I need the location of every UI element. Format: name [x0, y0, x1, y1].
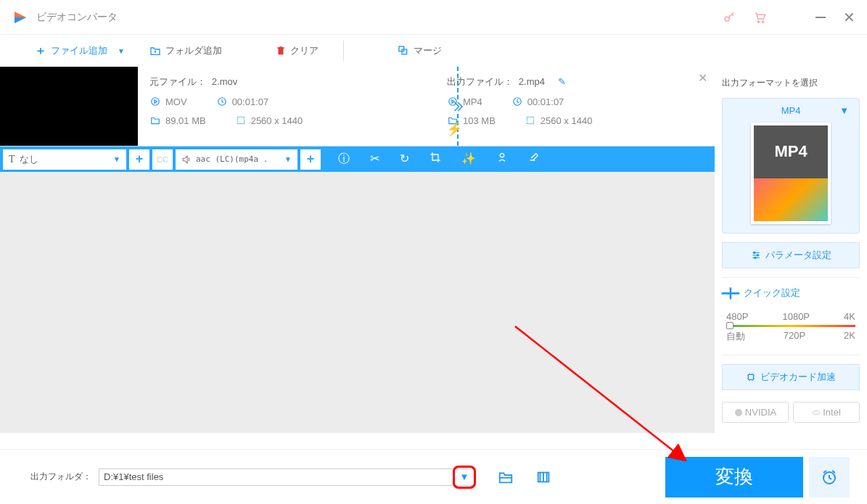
merge-button[interactable]: マージ [392, 41, 448, 60]
bottom-bar: 出力フォルダ： D:¥1¥test files ▼ 変換 [0, 449, 867, 504]
quick-settings-title: ━╋━ クイック設定 [722, 286, 860, 299]
gpu-label: ビデオカード加速 [760, 371, 836, 384]
parameter-settings-button[interactable]: パラメータ設定 [722, 242, 860, 268]
svg-point-1 [757, 20, 759, 22]
rotate-icon[interactable]: ↻ [400, 152, 409, 167]
svg-rect-15 [749, 375, 754, 380]
svg-point-11 [500, 154, 504, 157]
cart-icon[interactable] [753, 11, 766, 24]
resolution-icon [235, 115, 247, 126]
subtitle-edit-icon[interactable] [528, 152, 540, 167]
window-close-button[interactable]: ✕ [843, 9, 855, 26]
add-folder-label: フォルダ追加 [165, 44, 222, 57]
clock-icon [216, 96, 228, 107]
folder-plus-icon [149, 45, 161, 57]
cc-button[interactable]: CC [152, 149, 173, 170]
svg-rect-7 [237, 117, 244, 123]
src-resolution: 2560 x 1440 [251, 115, 303, 126]
film-icon [149, 96, 161, 107]
effects-icon[interactable]: ✨ [461, 152, 476, 167]
clear-label: クリア [290, 44, 319, 57]
crop-icon[interactable] [430, 152, 441, 167]
src-size: 89.01 MB [165, 115, 206, 126]
svg-point-17 [813, 410, 820, 414]
format-card[interactable]: MP4▼ MP4 [722, 98, 860, 234]
remove-file-button[interactable]: ✕ [698, 71, 707, 85]
add-subtitle-button[interactable]: + [129, 149, 149, 170]
gpu-accel-button[interactable]: ビデオカード加速 [722, 364, 860, 390]
speaker-icon [181, 154, 192, 165]
audio-value: aac (LC)(mp4a . [196, 154, 268, 164]
param-label: パラメータ設定 [765, 249, 831, 262]
info-icon[interactable]: ⓘ [338, 152, 350, 167]
svg-point-16 [735, 409, 742, 416]
toolbar-separator [343, 41, 344, 61]
chip-icon [746, 372, 756, 382]
output-folder-input[interactable]: D:¥1¥test files [99, 468, 476, 486]
slider-thumb[interactable] [726, 322, 734, 329]
svg-point-12 [753, 252, 755, 253]
gpu-nvidia-chip: NVIDIA [722, 402, 789, 423]
gpu-intel-chip: Intel [793, 402, 860, 423]
window-minimize-button[interactable] [815, 17, 826, 18]
main-toolbar: ＋ ファイル追加 ▼ フォルダ追加 クリア マージ [0, 35, 867, 67]
audio-dropdown[interactable]: aac (LC)(mp4a . ▼ [176, 149, 297, 170]
src-duration: 00:01:07 [232, 96, 269, 107]
trash-icon [276, 46, 286, 56]
edit-name-icon[interactable]: ✎ [558, 76, 566, 87]
format-preview-icon: MP4 [751, 123, 831, 224]
key-icon[interactable] [723, 11, 736, 24]
output-format-title: 出力フォーマットを選択 [722, 77, 860, 89]
sliders-icon [751, 250, 761, 260]
output-folder-dropdown[interactable]: ▼ [453, 466, 476, 489]
output-file-label: 出力ファイル： 2.mp4 ✎ [447, 75, 703, 88]
add-audio-button[interactable]: + [300, 149, 321, 170]
format-dropdown-icon[interactable]: ▼ [839, 105, 849, 116]
app-title: ビデオコンバータ [36, 11, 118, 24]
format-name: MP4 [781, 105, 801, 116]
watermark-icon[interactable] [496, 152, 508, 167]
lightning-icon: ⚡ [446, 121, 462, 137]
clear-button[interactable]: クリア [270, 41, 324, 60]
resolution-slider[interactable]: 480P1080P4K 自動720P2K [722, 308, 860, 346]
titlebar: ビデオコンバータ ✕ [0, 0, 867, 35]
folder-icon [149, 115, 161, 126]
edit-toolbar: T なし ▼ + CC aac (LC)(mp4a . ▼ + ⓘ ✂ ↻ ✨ [0, 146, 715, 172]
add-file-label: ファイル追加 [51, 44, 107, 57]
source-file-label: 元ファイル： 2.mov [149, 75, 418, 88]
svg-rect-10 [527, 117, 533, 123]
svg-point-0 [725, 17, 729, 21]
open-folder-button[interactable] [498, 469, 514, 485]
output-folder-label: 出力フォルダ： [30, 471, 91, 483]
svg-point-2 [762, 20, 763, 22]
video-thumbnail[interactable] [0, 67, 138, 146]
right-panel: 出力フォーマットを選択 MP4▼ MP4 パラメータ設定 ━╋━ クイック設定 … [715, 67, 867, 433]
svg-point-5 [152, 98, 160, 106]
file-list-area [0, 172, 715, 433]
add-folder-button[interactable]: フォルダ追加 [144, 41, 228, 60]
svg-point-14 [754, 257, 755, 258]
schedule-button[interactable] [809, 457, 850, 497]
settings-icon[interactable] [535, 469, 551, 485]
app-logo-icon [12, 9, 29, 26]
text-icon: T [9, 154, 15, 165]
file-row: 元ファイル： 2.mov MOV 00:01:07 89.01 MB 2560 … [0, 67, 715, 146]
dst-duration: 00:01:07 [527, 96, 564, 107]
svg-point-13 [757, 255, 758, 256]
merge-label: マージ [414, 44, 442, 57]
subtitle-value: なし [20, 153, 38, 166]
convert-button[interactable]: 変換 [665, 457, 803, 497]
dst-resolution: 2560 x 1440 [541, 115, 593, 126]
merge-icon [398, 45, 409, 57]
add-file-button[interactable]: ＋ ファイル追加 ▼ [29, 41, 131, 62]
clock-icon [511, 96, 523, 107]
resolution-icon [525, 115, 536, 126]
cut-icon[interactable]: ✂ [370, 152, 379, 167]
src-format: MOV [165, 96, 187, 107]
subtitle-dropdown[interactable]: T なし ▼ [3, 149, 126, 170]
